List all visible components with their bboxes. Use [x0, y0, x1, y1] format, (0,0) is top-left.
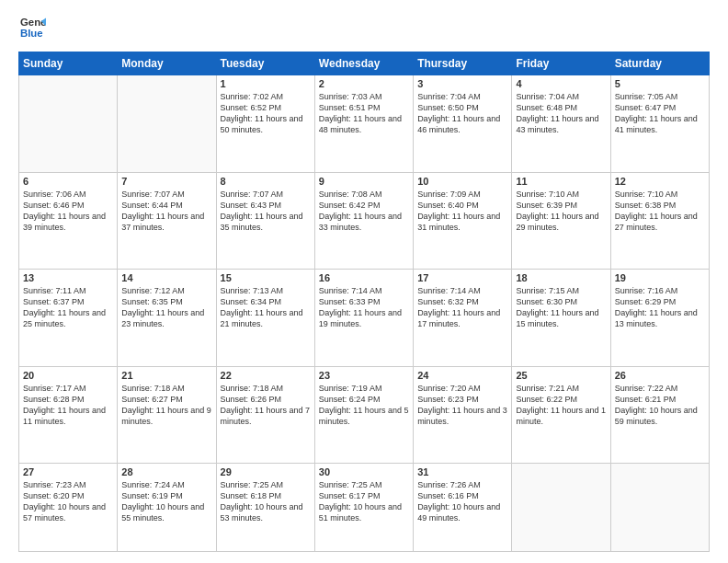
day-number: 20 — [23, 370, 113, 381]
calendar-cell: 30Sunrise: 7:25 AM Sunset: 6:17 PM Dayli… — [314, 464, 413, 552]
day-number: 5 — [615, 78, 705, 89]
cell-info: Sunrise: 7:15 AM Sunset: 6:30 PM Dayligh… — [516, 285, 606, 330]
calendar-cell: 17Sunrise: 7:14 AM Sunset: 6:32 PM Dayli… — [414, 270, 512, 367]
day-number: 21 — [121, 370, 211, 381]
calendar-week-3: 13Sunrise: 7:11 AM Sunset: 6:37 PM Dayli… — [19, 270, 710, 367]
cell-info: Sunrise: 7:13 AM Sunset: 6:34 PM Dayligh… — [221, 285, 311, 330]
calendar-week-4: 20Sunrise: 7:17 AM Sunset: 6:28 PM Dayli… — [19, 366, 710, 464]
day-number: 11 — [516, 176, 606, 187]
day-number: 30 — [319, 466, 409, 477]
calendar-header-row: SundayMondayTuesdayWednesdayThursdayFrid… — [19, 52, 710, 75]
cell-info: Sunrise: 7:20 AM Sunset: 6:23 PM Dayligh… — [417, 383, 507, 428]
calendar-cell: 6Sunrise: 7:06 AM Sunset: 6:46 PM Daylig… — [19, 172, 118, 270]
calendar-cell: 27Sunrise: 7:23 AM Sunset: 6:20 PM Dayli… — [19, 464, 118, 552]
cell-info: Sunrise: 7:08 AM Sunset: 6:42 PM Dayligh… — [319, 189, 409, 234]
header: General Blue — [18, 15, 710, 44]
day-number: 27 — [23, 466, 113, 477]
calendar-cell — [512, 464, 610, 552]
calendar-cell: 2Sunrise: 7:03 AM Sunset: 6:51 PM Daylig… — [314, 75, 413, 173]
calendar-week-2: 6Sunrise: 7:06 AM Sunset: 6:46 PM Daylig… — [19, 172, 710, 270]
svg-text:General: General — [20, 17, 46, 28]
calendar-cell: 20Sunrise: 7:17 AM Sunset: 6:28 PM Dayli… — [19, 366, 118, 464]
calendar-week-1: 1Sunrise: 7:02 AM Sunset: 6:52 PM Daylig… — [19, 75, 710, 173]
calendar-cell: 8Sunrise: 7:07 AM Sunset: 6:43 PM Daylig… — [216, 172, 314, 270]
cell-info: Sunrise: 7:03 AM Sunset: 6:51 PM Dayligh… — [319, 91, 409, 136]
day-number: 8 — [221, 176, 311, 187]
calendar-week-5: 27Sunrise: 7:23 AM Sunset: 6:20 PM Dayli… — [19, 464, 710, 552]
day-number: 18 — [516, 272, 606, 283]
calendar-cell: 12Sunrise: 7:10 AM Sunset: 6:38 PM Dayli… — [610, 172, 709, 270]
cell-info: Sunrise: 7:12 AM Sunset: 6:35 PM Dayligh… — [121, 285, 211, 330]
calendar-cell: 14Sunrise: 7:12 AM Sunset: 6:35 PM Dayli… — [118, 270, 216, 367]
day-number: 7 — [121, 176, 211, 187]
day-header-wednesday: Wednesday — [314, 52, 413, 75]
calendar-cell: 13Sunrise: 7:11 AM Sunset: 6:37 PM Dayli… — [19, 270, 118, 367]
calendar-cell: 18Sunrise: 7:15 AM Sunset: 6:30 PM Dayli… — [512, 270, 610, 367]
calendar-cell: 21Sunrise: 7:18 AM Sunset: 6:27 PM Dayli… — [118, 366, 216, 464]
day-number: 23 — [319, 370, 409, 381]
calendar-cell: 24Sunrise: 7:20 AM Sunset: 6:23 PM Dayli… — [414, 366, 512, 464]
cell-info: Sunrise: 7:09 AM Sunset: 6:40 PM Dayligh… — [417, 189, 507, 234]
cell-info: Sunrise: 7:06 AM Sunset: 6:46 PM Dayligh… — [23, 189, 113, 234]
day-number: 12 — [615, 176, 705, 187]
day-number: 4 — [516, 78, 606, 89]
calendar-cell: 19Sunrise: 7:16 AM Sunset: 6:29 PM Dayli… — [610, 270, 709, 367]
calendar-cell: 11Sunrise: 7:10 AM Sunset: 6:39 PM Dayli… — [512, 172, 610, 270]
cell-info: Sunrise: 7:25 AM Sunset: 6:18 PM Dayligh… — [221, 479, 311, 524]
calendar-cell — [118, 75, 216, 173]
day-header-thursday: Thursday — [414, 52, 512, 75]
calendar-cell: 10Sunrise: 7:09 AM Sunset: 6:40 PM Dayli… — [414, 172, 512, 270]
cell-info: Sunrise: 7:19 AM Sunset: 6:24 PM Dayligh… — [319, 383, 409, 428]
cell-info: Sunrise: 7:02 AM Sunset: 6:52 PM Dayligh… — [221, 91, 311, 136]
calendar-cell: 31Sunrise: 7:26 AM Sunset: 6:16 PM Dayli… — [414, 464, 512, 552]
day-number: 31 — [417, 466, 507, 477]
cell-info: Sunrise: 7:18 AM Sunset: 6:26 PM Dayligh… — [221, 383, 311, 428]
day-number: 1 — [221, 78, 311, 89]
day-number: 17 — [417, 272, 507, 283]
svg-text:Blue: Blue — [20, 28, 43, 39]
cell-info: Sunrise: 7:04 AM Sunset: 6:50 PM Dayligh… — [417, 91, 507, 136]
day-number: 25 — [516, 370, 606, 381]
day-number: 9 — [319, 176, 409, 187]
day-header-monday: Monday — [118, 52, 216, 75]
calendar-cell: 28Sunrise: 7:24 AM Sunset: 6:19 PM Dayli… — [118, 464, 216, 552]
day-number: 10 — [417, 176, 507, 187]
calendar-cell: 29Sunrise: 7:25 AM Sunset: 6:18 PM Dayli… — [216, 464, 314, 552]
day-number: 24 — [417, 370, 507, 381]
calendar-table: SundayMondayTuesdayWednesdayThursdayFrid… — [18, 52, 710, 552]
cell-info: Sunrise: 7:14 AM Sunset: 6:32 PM Dayligh… — [417, 285, 507, 330]
page: General Blue SundayMondayTuesdayWednesda… — [0, 0, 728, 563]
day-number: 6 — [23, 176, 113, 187]
day-number: 13 — [23, 272, 113, 283]
calendar-cell: 1Sunrise: 7:02 AM Sunset: 6:52 PM Daylig… — [216, 75, 314, 173]
day-number: 28 — [121, 466, 211, 477]
cell-info: Sunrise: 7:10 AM Sunset: 6:38 PM Dayligh… — [615, 189, 705, 234]
day-number: 15 — [221, 272, 311, 283]
cell-info: Sunrise: 7:04 AM Sunset: 6:48 PM Dayligh… — [516, 91, 606, 136]
cell-info: Sunrise: 7:17 AM Sunset: 6:28 PM Dayligh… — [23, 383, 113, 428]
calendar-cell: 23Sunrise: 7:19 AM Sunset: 6:24 PM Dayli… — [314, 366, 413, 464]
calendar-cell — [610, 464, 709, 552]
calendar-cell: 3Sunrise: 7:04 AM Sunset: 6:50 PM Daylig… — [414, 75, 512, 173]
day-number: 22 — [221, 370, 311, 381]
cell-info: Sunrise: 7:14 AM Sunset: 6:33 PM Dayligh… — [319, 285, 409, 330]
day-number: 3 — [417, 78, 507, 89]
day-number: 14 — [121, 272, 211, 283]
cell-info: Sunrise: 7:05 AM Sunset: 6:47 PM Dayligh… — [615, 91, 705, 136]
day-number: 29 — [221, 466, 311, 477]
calendar-cell: 9Sunrise: 7:08 AM Sunset: 6:42 PM Daylig… — [314, 172, 413, 270]
cell-info: Sunrise: 7:18 AM Sunset: 6:27 PM Dayligh… — [121, 383, 211, 428]
calendar-cell: 15Sunrise: 7:13 AM Sunset: 6:34 PM Dayli… — [216, 270, 314, 367]
cell-info: Sunrise: 7:07 AM Sunset: 6:44 PM Dayligh… — [121, 189, 211, 234]
cell-info: Sunrise: 7:11 AM Sunset: 6:37 PM Dayligh… — [23, 285, 113, 330]
day-header-friday: Friday — [512, 52, 610, 75]
calendar-cell: 4Sunrise: 7:04 AM Sunset: 6:48 PM Daylig… — [512, 75, 610, 173]
day-number: 2 — [319, 78, 409, 89]
cell-info: Sunrise: 7:21 AM Sunset: 6:22 PM Dayligh… — [516, 383, 606, 428]
day-number: 19 — [615, 272, 705, 283]
day-header-saturday: Saturday — [610, 52, 709, 75]
day-header-sunday: Sunday — [19, 52, 118, 75]
cell-info: Sunrise: 7:25 AM Sunset: 6:17 PM Dayligh… — [319, 479, 409, 524]
day-number: 16 — [319, 272, 409, 283]
calendar-cell: 7Sunrise: 7:07 AM Sunset: 6:44 PM Daylig… — [118, 172, 216, 270]
